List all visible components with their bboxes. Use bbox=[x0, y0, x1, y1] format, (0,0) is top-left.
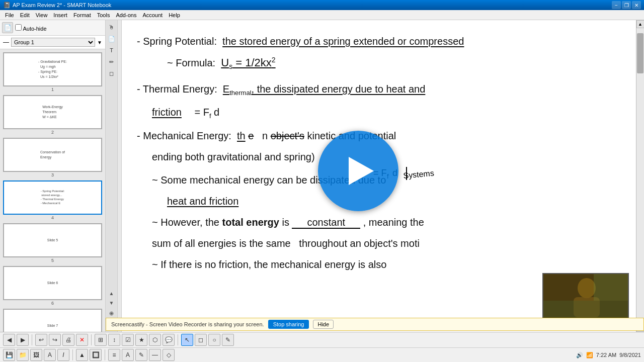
date: 9/8/2021 bbox=[619, 352, 641, 358]
minimize-button[interactable]: − bbox=[612, 1, 621, 9]
tool-eraser[interactable]: ◻ bbox=[107, 68, 117, 78]
list-item[interactable]: Slide 5 5 bbox=[3, 223, 102, 263]
tool-page[interactable]: 📄 bbox=[107, 34, 117, 44]
font-btn[interactable]: A bbox=[122, 349, 134, 361]
menu-edit[interactable]: Edit bbox=[17, 11, 33, 19]
video-overlay[interactable] bbox=[318, 131, 398, 211]
content-area: - Spring Potential: the stored energy of… bbox=[137, 30, 629, 322]
save-button[interactable]: 💾 bbox=[3, 349, 15, 361]
draw-btn[interactable]: ✎ bbox=[135, 349, 147, 361]
list-item[interactable]: Slide 6 6 bbox=[3, 266, 102, 306]
prev-slide-button[interactable]: ◀ bbox=[3, 334, 15, 346]
resize-button[interactable]: ↕ bbox=[108, 334, 120, 346]
star-button[interactable]: ★ bbox=[135, 334, 147, 346]
list-btn[interactable]: ≡ bbox=[108, 349, 120, 361]
eraser-tool-button[interactable]: ◻ bbox=[195, 334, 207, 346]
play-button[interactable] bbox=[318, 131, 398, 211]
circle-tool-button[interactable]: ○ bbox=[208, 334, 220, 346]
autohide-label: Auto-hide bbox=[15, 24, 47, 32]
triangle-btn[interactable]: ▲ bbox=[76, 349, 88, 361]
slide-thumb-6[interactable]: Slide 6 bbox=[3, 266, 102, 300]
menu-tools[interactable]: Tools bbox=[94, 11, 113, 19]
italic-button[interactable]: I bbox=[57, 349, 69, 361]
image-button[interactable]: 🖼 bbox=[30, 349, 42, 361]
tool-pen[interactable]: ✏ bbox=[107, 57, 117, 67]
undo-button[interactable]: ↩ bbox=[35, 334, 47, 346]
slide-thumb-7[interactable]: Slide 7 bbox=[3, 309, 102, 332]
list-item[interactable]: - Gravitational PE: Ug = mgh - Spring PE… bbox=[3, 52, 102, 92]
print-button[interactable]: 🖨 bbox=[62, 334, 74, 346]
webcam-svg bbox=[543, 273, 628, 322]
stop-sharing-button[interactable]: Stop sharing bbox=[268, 320, 309, 329]
thermal-friction: friction bbox=[152, 107, 182, 118]
scroll-thumb[interactable] bbox=[637, 33, 643, 73]
group-dropdown[interactable]: Group 1 bbox=[11, 38, 95, 47]
slide-number-1: 1 bbox=[3, 87, 102, 92]
nav-up-arrow[interactable]: ▲ bbox=[108, 289, 116, 297]
separator-5 bbox=[105, 349, 105, 360]
delete-button[interactable]: ✕ bbox=[76, 334, 88, 346]
select-tool-button[interactable]: ↖ bbox=[181, 334, 193, 346]
separator-3 bbox=[178, 334, 178, 345]
pen-tool-button[interactable]: ✎ bbox=[222, 334, 234, 346]
system-tray: 🔊 📶 7:22 AM 9/8/2021 bbox=[576, 352, 641, 358]
menu-view[interactable]: View bbox=[33, 11, 51, 19]
autohide-checkbox[interactable] bbox=[15, 24, 22, 31]
menu-account[interactable]: Account bbox=[139, 11, 166, 19]
tool-zoom[interactable]: ⊕ bbox=[107, 308, 117, 318]
list-item[interactable]: Slide 7 7 bbox=[3, 309, 102, 332]
chat-button[interactable]: 💬 bbox=[163, 334, 175, 346]
separator-4 bbox=[72, 349, 73, 360]
however-text: ~ However, the bbox=[152, 217, 219, 228]
tray-icon-2: 📶 bbox=[586, 352, 593, 358]
slide-content-3: Conservation of Energy bbox=[4, 139, 101, 171]
menu-format[interactable]: Format bbox=[70, 11, 94, 19]
close-button[interactable]: ✕ bbox=[632, 1, 641, 9]
slide-content-4: - Spring Potential: stored energy... - T… bbox=[4, 182, 101, 214]
list-item[interactable]: Work-Energy Theorem W = ΔKE 2 bbox=[3, 95, 102, 135]
open-button[interactable]: 📁 bbox=[17, 349, 29, 361]
list-item[interactable]: - Spring Potential: stored energy... - T… bbox=[3, 180, 102, 220]
webcam-feed bbox=[543, 274, 628, 321]
no-friction-line: ~ If there is no friction, the mechanica… bbox=[152, 257, 629, 272]
svg-rect-4 bbox=[594, 273, 628, 301]
svg-point-1 bbox=[578, 278, 596, 298]
menu-help[interactable]: Help bbox=[166, 11, 183, 19]
mechanical-ding: ding both gravitational and spring) bbox=[163, 151, 314, 162]
grid-button[interactable]: ⊞ bbox=[95, 334, 107, 346]
tool-cursor[interactable]: 🖱 bbox=[107, 22, 117, 32]
slide-content-5: Slide 5 bbox=[4, 224, 101, 256]
slide-thumb-5[interactable]: Slide 5 bbox=[3, 223, 102, 257]
text-format-button[interactable]: A bbox=[44, 349, 56, 361]
slide-thumb-1[interactable]: - Gravitational PE: Ug = mgh - Spring PE… bbox=[3, 52, 102, 86]
tool-text[interactable]: T bbox=[107, 45, 117, 55]
formula-us: Us = 1/2kx2 bbox=[221, 56, 275, 69]
slide-panel: - Gravitational PE: Ug = mgh - Spring PE… bbox=[0, 49, 105, 332]
app-icon: 📓 bbox=[3, 2, 11, 9]
spring-label: - Spring Potential: bbox=[137, 36, 217, 47]
line-btn[interactable]: — bbox=[149, 349, 161, 361]
next-slide-button[interactable]: ▶ bbox=[17, 334, 29, 346]
diamond-btn[interactable]: ◇ bbox=[163, 349, 175, 361]
hide-button[interactable]: Hide bbox=[313, 320, 334, 329]
check-button[interactable]: ☑ bbox=[122, 334, 134, 346]
list-item[interactable]: Conservation of Energy 3 bbox=[3, 138, 102, 177]
restore-button[interactable]: ❐ bbox=[622, 1, 631, 9]
redo-button[interactable]: ↪ bbox=[49, 334, 61, 346]
main-content: - Spring Potential: the stored energy of… bbox=[118, 20, 644, 332]
nav-down-arrow[interactable]: ▼ bbox=[108, 299, 116, 307]
scrollbar[interactable]: ▲ ▼ bbox=[636, 20, 644, 332]
menu-file[interactable]: File bbox=[2, 11, 17, 19]
menu-addons[interactable]: Add-ons bbox=[113, 11, 139, 19]
scroll-up-button[interactable]: ▲ bbox=[636, 20, 645, 28]
slide-thumb-2[interactable]: Work-Energy Theorem W = ΔKE bbox=[3, 95, 102, 129]
sidebar-icon-page[interactable]: 📄 bbox=[2, 22, 13, 33]
slide-number-5: 5 bbox=[3, 258, 102, 263]
slide-thumb-4[interactable]: - Spring Potential: stored energy... - T… bbox=[3, 180, 102, 215]
shape-button[interactable]: ⬡ bbox=[149, 334, 161, 346]
titlebar-controls[interactable]: − ❐ ✕ bbox=[612, 1, 641, 9]
slide-thumb-3[interactable]: Conservation of Energy bbox=[3, 138, 102, 172]
menu-insert[interactable]: Insert bbox=[50, 11, 70, 19]
sum-text: sum of all energies is the same througho… bbox=[152, 238, 420, 249]
rect-btn[interactable]: 🔲 bbox=[90, 349, 102, 361]
